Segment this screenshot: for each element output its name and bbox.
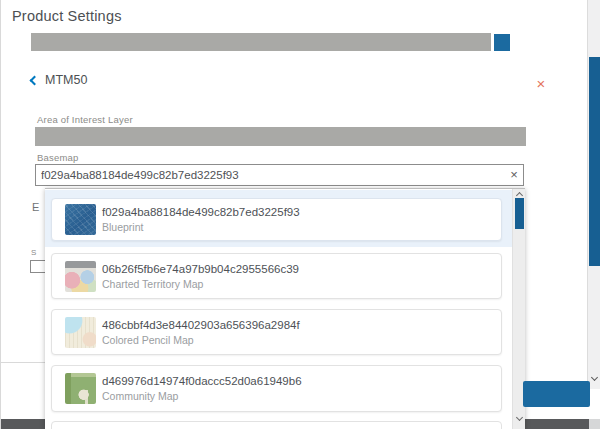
clear-input-icon[interactable]: × <box>505 165 523 185</box>
item-name: Charted Territory Map <box>102 278 299 290</box>
basemap-combobox: × <box>35 164 524 186</box>
hidden-field-label-s: S <box>31 248 36 257</box>
back-button-mtm50[interactable]: MTM50 <box>31 71 87 89</box>
blueprint-thumbnail <box>65 204 96 235</box>
redacted-bar-top <box>31 33 491 51</box>
back-label: MTM50 <box>45 73 87 87</box>
item-id: d469976d14974f0daccc52d0a61949b6 <box>102 375 302 387</box>
list-item-colored-pencil[interactable]: 486cbbf4d3e84402903a656396a2984f Colored… <box>51 309 502 355</box>
colored-pencil-thumbnail <box>65 317 96 348</box>
scroll-down-icon[interactable] <box>515 414 522 421</box>
community-map-thumbnail <box>65 373 96 404</box>
basemap-input[interactable] <box>36 165 505 185</box>
product-settings-window: Product Settings MTM50 × Area of Interes… <box>0 0 600 429</box>
footer-divider <box>1 362 45 363</box>
chevron-left-icon <box>30 75 40 85</box>
dropdown-scrollbar-thumb[interactable] <box>515 198 524 229</box>
window-scrollbar[interactable] <box>587 0 600 389</box>
list-item-charted-territory[interactable]: 06b26f5fb6e74a97b9b04c2955566c39 Charted… <box>51 253 502 299</box>
list-item-blueprint[interactable]: f029a4ba88184de499c82b7ed3225f93 Bluepri… <box>51 198 502 241</box>
item-name: Blueprint <box>102 221 300 233</box>
list-item-community-map[interactable]: d469976d14974f0daccc52d0a61949b6 Communi… <box>51 365 502 412</box>
basemap-dropdown-list: f029a4ba88184de499c82b7ed3225f93 Bluepri… <box>45 188 525 429</box>
window-bottom-edge-corner <box>589 419 600 429</box>
item-name: Colored Pencil Map <box>102 334 300 346</box>
page-title: Product Settings <box>12 8 122 24</box>
charted-territory-thumbnail <box>65 261 96 292</box>
hidden-field-label-e: E <box>32 201 39 213</box>
item-id: 06b26f5fb6e74a97b9b04c2955566c39 <box>102 263 299 275</box>
window-scrollbar-thumb[interactable] <box>589 57 600 266</box>
close-icon[interactable]: × <box>532 75 550 93</box>
item-id: f029a4ba88184de499c82b7ed3225f93 <box>102 206 300 218</box>
primary-action-button[interactable] <box>523 381 590 407</box>
list-item-partial[interactable] <box>51 421 502 429</box>
item-id: 486cbbf4d3e84402903a656396a2984f <box>102 319 300 331</box>
area-of-interest-input[interactable] <box>35 127 526 146</box>
area-of-interest-label: Area of Interest Layer <box>37 114 133 125</box>
basemap-label: Basemap <box>37 152 79 163</box>
item-name: Community Map <box>102 390 302 402</box>
window-scroll-down-icon[interactable] <box>590 374 597 381</box>
hidden-checkbox[interactable] <box>30 260 46 273</box>
accent-square[interactable] <box>494 34 510 51</box>
